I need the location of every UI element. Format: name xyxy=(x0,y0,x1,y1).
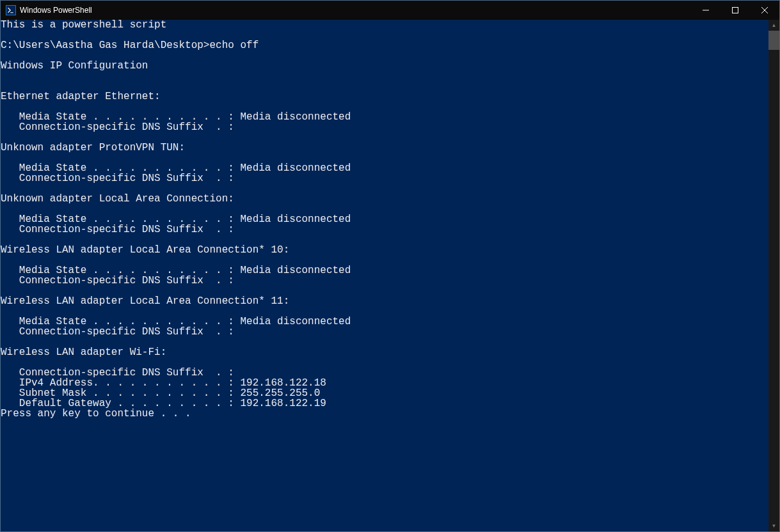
terminal-area: This is a powershell script C:\Users\Aas… xyxy=(1,20,779,531)
scroll-thumb[interactable] xyxy=(768,31,779,50)
window-title: Windows PowerShell xyxy=(20,6,92,15)
terminal-output[interactable]: This is a powershell script C:\Users\Aas… xyxy=(1,20,768,531)
powershell-window: Windows PowerShell This is a powershell … xyxy=(0,0,780,532)
maximize-button[interactable] xyxy=(720,1,750,20)
powershell-icon xyxy=(6,5,16,15)
scrollbar-vertical[interactable]: ▲ ▼ xyxy=(768,20,779,531)
svg-rect-0 xyxy=(733,8,738,13)
close-button[interactable] xyxy=(750,1,779,20)
titlebar-left: Windows PowerShell xyxy=(6,5,92,15)
titlebar[interactable]: Windows PowerShell xyxy=(1,1,779,20)
window-controls xyxy=(691,1,779,20)
scroll-down-icon[interactable]: ▼ xyxy=(768,520,779,531)
scroll-up-icon[interactable]: ▲ xyxy=(768,20,779,31)
minimize-button[interactable] xyxy=(691,1,720,20)
